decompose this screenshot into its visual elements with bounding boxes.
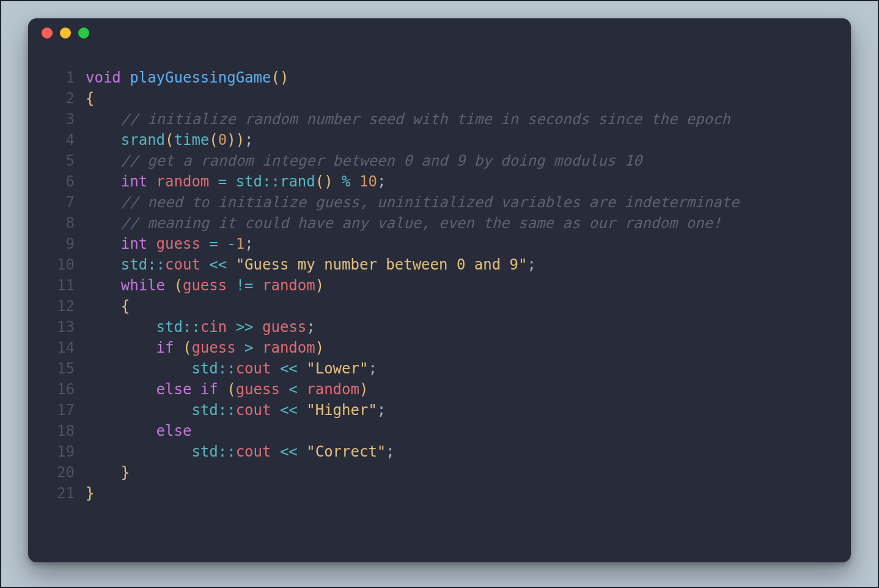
- code-content[interactable]: }: [86, 483, 836, 504]
- code-line[interactable]: 7 // need to initialize guess, uninitial…: [43, 192, 836, 213]
- code-content[interactable]: std::cout << "Higher";: [86, 400, 836, 421]
- zoom-icon[interactable]: [78, 28, 89, 39]
- line-number: 19: [43, 441, 86, 462]
- line-number: 4: [43, 130, 86, 150]
- code-line[interactable]: 9 int guess = -1;: [43, 233, 836, 254]
- code-content[interactable]: int guess = -1;: [86, 233, 836, 254]
- code-content[interactable]: void playGuessingGame(): [86, 67, 836, 88]
- line-number: 8: [43, 213, 86, 233]
- code-line[interactable]: 2{: [43, 88, 836, 109]
- close-icon[interactable]: [42, 28, 53, 39]
- code-line[interactable]: 17 std::cout << "Higher";: [43, 400, 836, 421]
- code-content[interactable]: else: [86, 421, 836, 441]
- window-titlebar: [28, 18, 851, 48]
- line-number: 1: [43, 67, 86, 88]
- code-content[interactable]: if (guess > random): [86, 337, 836, 358]
- code-line[interactable]: 21}: [43, 483, 836, 504]
- code-content[interactable]: {: [86, 296, 836, 317]
- code-content[interactable]: // initialize random number seed with ti…: [86, 109, 836, 130]
- code-content[interactable]: }: [86, 462, 836, 483]
- line-number: 6: [43, 171, 86, 192]
- code-content[interactable]: std::cout << "Guess my number between 0 …: [86, 254, 836, 275]
- line-number: 21: [43, 483, 86, 504]
- code-line[interactable]: 14 if (guess > random): [43, 337, 836, 358]
- code-editor[interactable]: 1void playGuessingGame()2{3 // initializ…: [28, 48, 851, 562]
- code-content[interactable]: std::cin >> guess;: [86, 317, 836, 337]
- code-line[interactable]: 12 {: [43, 296, 836, 317]
- line-number: 12: [43, 296, 86, 317]
- line-number: 2: [43, 88, 86, 109]
- code-content[interactable]: // need to initialize guess, uninitializ…: [86, 192, 836, 213]
- code-line[interactable]: 18 else: [43, 421, 836, 441]
- code-content[interactable]: std::cout << "Lower";: [86, 358, 836, 379]
- code-line[interactable]: 15 std::cout << "Lower";: [43, 358, 836, 379]
- code-line[interactable]: 4 srand(time(0));: [43, 130, 836, 150]
- line-number: 15: [43, 358, 86, 379]
- code-line[interactable]: 3 // initialize random number seed with …: [43, 109, 836, 130]
- code-content[interactable]: {: [86, 88, 836, 109]
- code-content[interactable]: srand(time(0));: [86, 130, 836, 150]
- line-number: 9: [43, 233, 86, 254]
- code-content[interactable]: int random = std::rand() % 10;: [86, 171, 836, 192]
- line-number: 13: [43, 317, 86, 337]
- line-number: 3: [43, 109, 86, 130]
- editor-window: 1void playGuessingGame()2{3 // initializ…: [28, 18, 851, 562]
- code-line[interactable]: 11 while (guess != random): [43, 275, 836, 296]
- outer-frame: 1void playGuessingGame()2{3 // initializ…: [0, 0, 879, 588]
- minimize-icon[interactable]: [60, 28, 71, 39]
- code-content[interactable]: else if (guess < random): [86, 379, 836, 400]
- line-number: 16: [43, 379, 86, 400]
- code-content[interactable]: std::cout << "Correct";: [86, 441, 836, 462]
- code-content[interactable]: // meaning it could have any value, even…: [86, 213, 836, 233]
- line-number: 14: [43, 337, 86, 358]
- code-line[interactable]: 20 }: [43, 462, 836, 483]
- code-line[interactable]: 1void playGuessingGame(): [43, 67, 836, 88]
- line-number: 7: [43, 192, 86, 213]
- code-line[interactable]: 8 // meaning it could have any value, ev…: [43, 213, 836, 233]
- code-line[interactable]: 5 // get a random integer between 0 and …: [43, 150, 836, 171]
- line-number: 20: [43, 462, 86, 483]
- line-number: 17: [43, 400, 86, 421]
- code-content[interactable]: // get a random integer between 0 and 9 …: [86, 150, 836, 171]
- line-number: 10: [43, 254, 86, 275]
- code-line[interactable]: 16 else if (guess < random): [43, 379, 836, 400]
- line-number: 18: [43, 421, 86, 441]
- code-line[interactable]: 19 std::cout << "Correct";: [43, 441, 836, 462]
- line-number: 11: [43, 275, 86, 296]
- line-number: 5: [43, 150, 86, 171]
- code-content[interactable]: while (guess != random): [86, 275, 836, 296]
- code-line[interactable]: 6 int random = std::rand() % 10;: [43, 171, 836, 192]
- code-line[interactable]: 10 std::cout << "Guess my number between…: [43, 254, 836, 275]
- code-line[interactable]: 13 std::cin >> guess;: [43, 317, 836, 337]
